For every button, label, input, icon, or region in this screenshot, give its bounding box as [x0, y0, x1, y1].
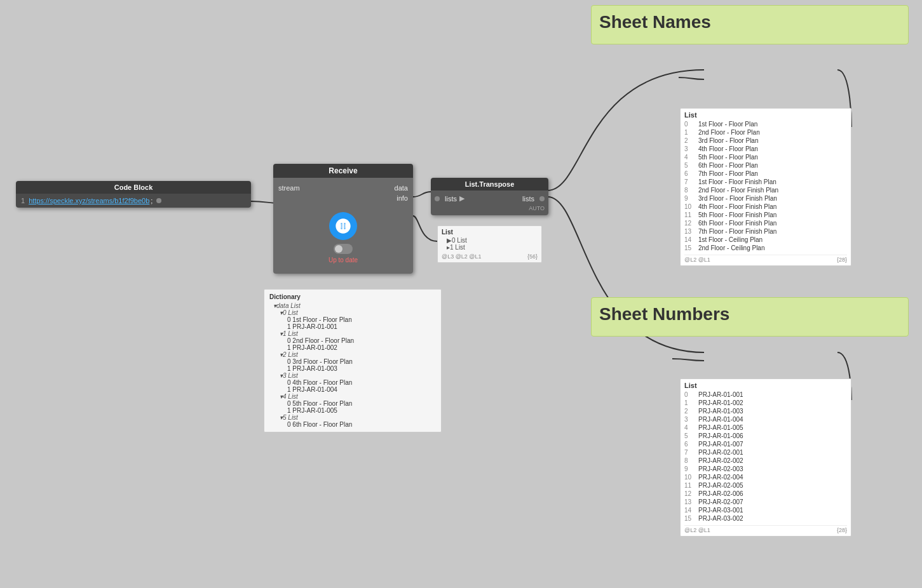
- dict-5-0: 0 6th Floor - Floor Plan: [269, 421, 436, 428]
- transpose-preview-panel: List ▶0 List ▸1 List @L3 @L2 @L1 {56}: [437, 225, 542, 263]
- list-entry: 8PRJ-AR-02-002: [684, 457, 847, 465]
- lists-output-port: lists: [522, 195, 545, 203]
- dict-1-1: 1 PRJ-AR-01-002: [269, 344, 436, 351]
- preview-footer-left: @L3 @L2 @L1: [442, 253, 481, 260]
- code-block-main-node[interactable]: Code Block 1 https://speckle.xyz/streams…: [16, 181, 251, 208]
- list-entry: 15PRJ-AR-03-002: [684, 514, 847, 523]
- dict-0-0: 0 1st Floor - Floor Plan: [269, 316, 436, 323]
- list-entry: 14PRJ-AR-03-001: [684, 506, 847, 514]
- dict-0-list: ▾0 List: [269, 309, 436, 316]
- speckle-icon: [329, 212, 357, 240]
- code-block-main-header: Code Block: [16, 181, 251, 194]
- dict-title: Dictionary: [269, 293, 436, 300]
- transpose-auto-label: AUTO: [435, 204, 545, 213]
- sheet-names-title: Sheet Names: [599, 12, 900, 32]
- dict-3-0: 0 4th Floor - Floor Plan: [269, 379, 436, 386]
- list-entry: 2PRJ-AR-01-003: [684, 407, 847, 415]
- list-entry: 82nd Floor - Floor Finish Plan: [684, 186, 847, 194]
- dictionary-panel: Dictionary ▾data List ▾0 List 0 1st Floo…: [264, 289, 442, 432]
- sheet-names-group: Sheet Names Code Block 1 0; > List.GetIt…: [591, 5, 909, 44]
- receive-ports: stream data info: [278, 183, 408, 203]
- dict-4-0: 0 5th Floor - Floor Plan: [269, 400, 436, 407]
- list-entry: 4PRJ-AR-01-005: [684, 424, 847, 432]
- list-entry: 11PRJ-AR-02-005: [684, 481, 847, 490]
- up-to-date-status: Up to date: [329, 257, 358, 264]
- list-entry: 12PRJ-AR-02-006: [684, 490, 847, 498]
- transpose-header: List.Transpose: [431, 178, 548, 190]
- list-entry: 10PRJ-AR-02-004: [684, 473, 847, 481]
- transpose-port-row: lists ▶ lists: [435, 193, 545, 204]
- code-block-main-body: 1 https://speckle.xyz/streams/b1f2f9be0b…: [16, 194, 251, 208]
- list-entry: 67th Floor - Floor Plan: [684, 170, 847, 178]
- list-panel-bottom-footer: @L2 @L1 {28}: [684, 525, 847, 533]
- list-entry: 152nd Floor - Ceiling Plan: [684, 244, 847, 252]
- receive-header: Receive: [273, 164, 413, 178]
- lists-input-port: lists ▶: [435, 194, 464, 203]
- line-number: 1: [21, 197, 25, 204]
- dict-0-1: 1 PRJ-AR-01-001: [269, 323, 436, 330]
- sheet-numbers-group: Sheet Numbers Code Block 1 1; > List.Get…: [591, 297, 909, 337]
- list-entry: 93rd Floor - Floor Finish Plan: [684, 194, 847, 203]
- list-panel-bottom: List 0PRJ-AR-01-001 1PRJ-AR-01-002 2PRJ-…: [680, 378, 851, 537]
- list-entry: 56th Floor - Floor Plan: [684, 161, 847, 170]
- lists-output-label: lists: [522, 195, 534, 203]
- dict-1-0: 0 2nd Floor - Floor Plan: [269, 337, 436, 344]
- list-panel-bottom-title: List: [684, 382, 847, 389]
- dict-data-list: ▾data List: [269, 302, 436, 309]
- list-entry: 137th Floor - Floor Finish Plan: [684, 227, 847, 236]
- svg-point-0: [340, 223, 346, 229]
- list-entry: 7PRJ-AR-02-001: [684, 448, 847, 457]
- toggle-switch[interactable]: [334, 244, 353, 254]
- dict-1-list: ▾1 List: [269, 330, 436, 337]
- list-footer-right: {28}: [837, 257, 847, 263]
- data-label: data: [395, 183, 408, 193]
- dict-5-list: ▾5 List: [269, 414, 436, 421]
- lists-input-label: lists: [445, 195, 457, 203]
- dict-2-list: ▾2 List: [269, 351, 436, 358]
- dict-3-1: 1 PRJ-AR-01-004: [269, 386, 436, 393]
- list-entry: 13PRJ-AR-02-007: [684, 498, 847, 506]
- receive-icon-area: Up to date: [278, 207, 408, 269]
- dict-2-0: 0 3rd Floor - Floor Plan: [269, 358, 436, 365]
- dict-3-list: ▾3 List: [269, 372, 436, 379]
- transpose-body: lists ▶ lists AUTO: [431, 190, 548, 215]
- stream-label: stream: [278, 183, 300, 193]
- toggle-knob: [335, 245, 342, 253]
- preview-item-1: ▸1 List: [442, 244, 538, 251]
- preview-footer-right: {56}: [527, 253, 538, 260]
- list-footer-right-bottom: {28}: [837, 527, 847, 533]
- list-entry: 9PRJ-AR-02-003: [684, 465, 847, 473]
- preview-item-0: ▶0 List: [442, 237, 538, 244]
- list-entry: 126th Floor - Floor Finish Plan: [684, 219, 847, 227]
- dict-4-list: ▾4 List: [269, 393, 436, 400]
- list-entry: 5PRJ-AR-01-006: [684, 432, 847, 440]
- semicolon: ;: [151, 197, 153, 204]
- lists-output-dot: [539, 196, 545, 201]
- list-entry: 115th Floor - Floor Finish Plan: [684, 211, 847, 219]
- list-entry: 71st Floor - Floor Finish Plan: [684, 178, 847, 186]
- list-entry: 01st Floor - Floor Plan: [684, 120, 847, 128]
- receive-node[interactable]: Receive stream data info: [273, 164, 413, 274]
- list-panel-top: List 01st Floor - Floor Plan 12nd Floor …: [680, 108, 851, 266]
- stream-url-link[interactable]: https://speckle.xyz/streams/b1f2f9be0b: [29, 197, 149, 204]
- list-panel-top-footer: @L2 @L1 {28}: [684, 255, 847, 263]
- list-footer-left: @L2 @L1: [684, 257, 710, 263]
- list-entry: 6PRJ-AR-01-007: [684, 440, 847, 448]
- info-label: info: [395, 193, 408, 203]
- list-entry: 23rd Floor - Floor Plan: [684, 137, 847, 145]
- list-entry: 45th Floor - Floor Plan: [684, 153, 847, 161]
- list-panel-top-title: List: [684, 111, 847, 119]
- preview-title: List: [442, 229, 538, 236]
- preview-footer: @L3 @L2 @L1 {56}: [442, 253, 538, 260]
- list-entry: 0PRJ-AR-01-001: [684, 391, 847, 399]
- list-entry: 12nd Floor - Floor Plan: [684, 128, 847, 137]
- list-entry: 34th Floor - Floor Plan: [684, 145, 847, 153]
- canvas: Code Block 1 https://speckle.xyz/streams…: [0, 0, 922, 588]
- stream-input-port: stream: [278, 183, 300, 193]
- receive-body: stream data info Up to date: [273, 178, 413, 274]
- sheet-numbers-title: Sheet Numbers: [599, 304, 900, 324]
- output-port: [156, 198, 161, 203]
- list-entry: 141st Floor - Ceiling Plan: [684, 236, 847, 244]
- list-entry: 1PRJ-AR-01-002: [684, 399, 847, 407]
- transpose-node[interactable]: List.Transpose lists ▶ lists AUTO: [431, 178, 548, 215]
